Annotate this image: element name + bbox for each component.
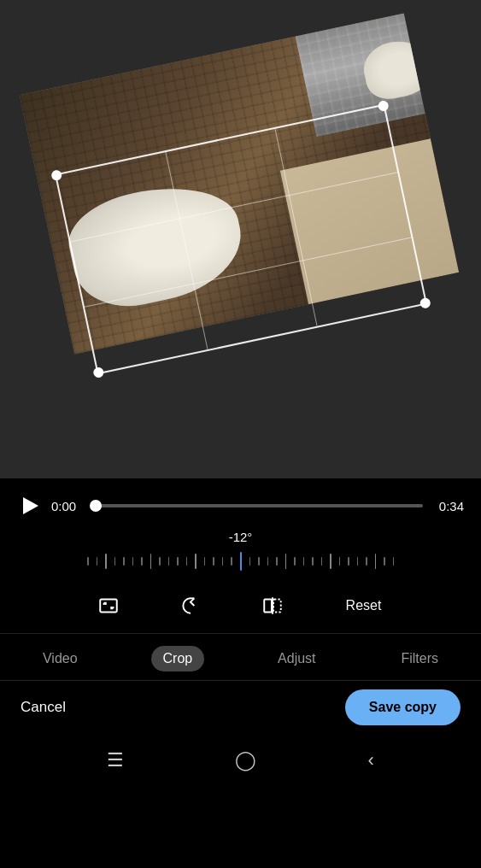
nav-bar: ☰ ◯ ‹ — [0, 737, 481, 780]
tick-14 — [204, 557, 206, 566]
photo-canvas — [0, 0, 481, 478]
tick-13 — [195, 554, 197, 569]
save-copy-button[interactable]: Save copy — [345, 689, 460, 725]
svg-rect-1 — [264, 599, 272, 612]
tick-34 — [384, 557, 385, 566]
tick-3 — [105, 554, 107, 569]
tab-bar: Video Crop Adjust Filters — [0, 634, 481, 680]
cancel-button[interactable]: Cancel — [21, 699, 66, 716]
svg-rect-2 — [273, 599, 281, 612]
tick-9 — [159, 557, 161, 566]
rotation-ruler[interactable] — [0, 549, 481, 573]
tick-22 — [276, 557, 278, 566]
home-icon[interactable]: ◯ — [235, 749, 256, 771]
tick-31 — [357, 557, 359, 566]
current-time: 0:00 — [51, 499, 82, 513]
recent-apps-icon[interactable]: ☰ — [107, 749, 124, 771]
tick-center — [240, 552, 242, 571]
tick-29 — [339, 557, 341, 566]
tick-7 — [141, 557, 143, 566]
controls-panel: 0:00 0:34 -12° — [0, 478, 481, 780]
tick-10 — [168, 557, 170, 566]
aspect-ratio-button[interactable] — [93, 590, 124, 621]
rotate-icon — [179, 595, 202, 617]
tick-5 — [123, 557, 125, 566]
tick-4 — [114, 557, 116, 566]
action-bar: Cancel Save copy — [0, 680, 481, 737]
scrubber-thumb[interactable] — [90, 500, 102, 512]
tick-15 — [213, 557, 214, 566]
tick-6 — [132, 557, 134, 566]
tab-video[interactable]: Video — [31, 646, 90, 672]
flip-button[interactable] — [257, 590, 288, 621]
ruler-ticks — [14, 552, 467, 571]
playback-row: 0:00 0:34 — [0, 478, 481, 526]
tick-11 — [177, 557, 179, 566]
tick-23 — [285, 554, 287, 569]
tick-27 — [321, 557, 323, 566]
flip-icon — [261, 595, 284, 617]
tick-21 — [267, 557, 269, 566]
tick-28 — [330, 554, 331, 569]
angle-value: -12° — [229, 530, 253, 544]
tick-2 — [97, 557, 98, 566]
tick-35 — [393, 557, 395, 566]
play-button[interactable] — [17, 494, 41, 518]
tab-crop[interactable]: Crop — [151, 646, 205, 672]
tick-26 — [312, 557, 314, 566]
tick-17 — [231, 557, 232, 566]
tick-19 — [249, 557, 251, 566]
total-time: 0:34 — [433, 499, 464, 513]
tools-row: Reset — [0, 580, 481, 634]
tick-1 — [87, 557, 89, 566]
tick-25 — [303, 557, 305, 566]
tick-32 — [366, 557, 367, 566]
tab-filters[interactable]: Filters — [389, 646, 450, 672]
tick-16 — [222, 557, 224, 566]
tick-24 — [294, 557, 296, 566]
back-icon[interactable]: ‹ — [368, 749, 374, 771]
reset-button[interactable]: Reset — [339, 595, 389, 617]
tick-12 — [186, 557, 188, 566]
rotate-button[interactable] — [175, 590, 206, 621]
tab-adjust[interactable]: Adjust — [266, 646, 327, 672]
play-icon — [23, 497, 38, 514]
tick-33 — [375, 554, 377, 569]
tick-8 — [150, 554, 152, 569]
tick-20 — [258, 557, 260, 566]
svg-rect-0 — [100, 599, 117, 612]
tick-30 — [348, 557, 349, 566]
aspect-ratio-icon — [97, 595, 120, 617]
angle-row: -12° — [0, 526, 481, 580]
scrubber-track[interactable] — [92, 504, 423, 507]
